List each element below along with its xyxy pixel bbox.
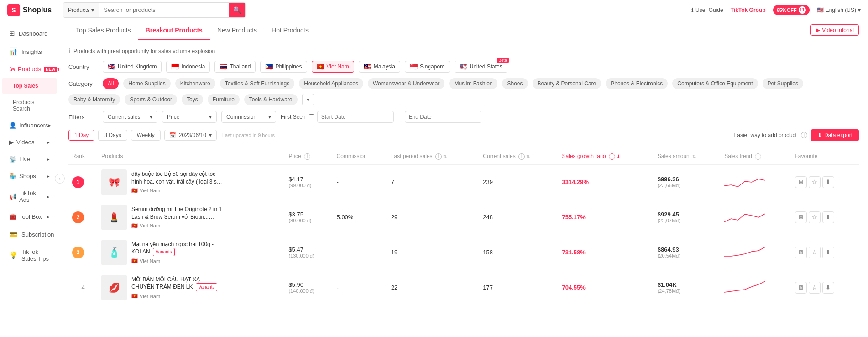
country-btn-uk[interactable]: 🇬🇧 United Kingdom [103,61,162,73]
first-seen-checkbox[interactable] [309,114,314,120]
growth-info-icon[interactable]: i [609,153,615,160]
search-input[interactable] [99,3,229,17]
last-period-info-icon[interactable]: i [435,153,442,160]
add-to-store-button[interactable]: 🖥 [795,282,807,294]
sidebar-item-tiktok-sales-tips[interactable]: 💡 TikTok Sales Tips [2,244,57,267]
variants-tag[interactable]: Variants [196,283,218,291]
add-to-store-button[interactable]: 🖥 [795,247,807,258]
time-btn-1day[interactable]: 1 Day [68,130,94,141]
col-current-sales[interactable]: Current sales i ⇅ [479,148,558,164]
current-sales-filter[interactable]: Current sales ▾ [103,111,157,123]
time-btn-weekly[interactable]: Weekly [131,130,161,141]
malaysia-flag: 🇲🇾 [364,63,371,70]
current-sales-info-icon[interactable]: i [518,153,525,160]
price-vnd: (89.000 đ) [288,218,329,223]
price-main: $5.47 [288,246,329,253]
col-last-period[interactable]: Last period sales i ⇅ [387,148,479,164]
country-btn-singapore[interactable]: 🇸🇬 Singapore [405,61,450,73]
collapse-sidebar-button[interactable]: ‹ [55,174,65,184]
search-dropdown[interactable]: Products ▾ [63,3,99,17]
sidebar-item-influencers[interactable]: 👤 Influencers ▸ [2,117,57,133]
date-range-picker[interactable]: 📅 2023/06/10 ▾ [164,130,217,141]
col-sales-amount[interactable]: Sales amount ⇅ [654,148,721,164]
cat-btn-beauty[interactable]: Beauty & Personal Care [533,78,601,89]
country-btn-indonesia[interactable]: 🇮🇩 Indonesia [166,61,210,73]
video-tutorial-button[interactable]: ▶ Video tutorial [810,24,859,36]
time-btn-3days[interactable]: 3 Days [98,130,127,141]
product-cell: 💄 Serum dưỡng mi The Originote 2 in 1 La… [98,200,285,235]
top-nav: S Shoplus Products ▾ 🔍 ℹ User Guide TikT… [0,0,868,20]
product-name: Serum dưỡng mi The Originote 2 in 1 Lash… [131,205,223,221]
download-button[interactable]: ⬇ [822,247,834,258]
favourite-button[interactable]: ☆ [809,282,821,294]
sidebar-item-dashboard[interactable]: ⊞ Dashboard [2,25,57,42]
sidebar-item-top-sales[interactable]: Top Sales [2,78,57,94]
cat-btn-sports[interactable]: Sports & Outdoor [125,94,177,105]
sidebar-item-insights[interactable]: 📊 Insights [2,43,57,60]
download-button[interactable]: ⬇ [822,176,834,188]
cat-btn-baby[interactable]: Baby & Maternity [68,94,120,105]
sidebar-item-products[interactable]: 🛍 Products NEW ▾ [2,61,57,77]
category-more-button[interactable]: ▾ [302,94,314,105]
cat-btn-computers[interactable]: Computers & Office Equipment [672,78,758,89]
language-selector[interactable]: 🇺🇸 English (US) ▾ [817,7,861,13]
tab-top-sales[interactable]: Top Sales Products [68,20,138,40]
add-to-store-button[interactable]: 🖥 [795,211,807,223]
tab-hot-products[interactable]: Hot Products [264,20,316,40]
download-button[interactable]: ⬇ [822,211,834,223]
discount-badge[interactable]: 65%OFF 11 [773,5,810,15]
search-bar: Products ▾ 🔍 [63,2,246,18]
tiktok-group-link[interactable]: TikTok Group [731,7,766,13]
country-btn-philippines[interactable]: 🇵🇭 Philippines [260,61,307,73]
sidebar-item-live[interactable]: 📡 Live ▸ [2,151,57,167]
easier-way-info-icon[interactable]: i [801,132,807,138]
search-button[interactable]: 🔍 [229,3,245,17]
cat-btn-kitchenware[interactable]: Kitchenware [175,78,215,89]
cat-btn-home-supplies[interactable]: Home Supplies [123,78,170,89]
cat-btn-tools[interactable]: Tools & Hardware [244,94,298,105]
philippines-flag: 🇵🇭 [265,63,273,70]
easier-way-section: Easier way to add product i [733,132,807,138]
trend-info-icon[interactable]: i [755,153,761,160]
favourite-button[interactable]: ☆ [809,211,821,223]
sidebar-item-products-search[interactable]: Products Search [2,95,57,116]
cat-btn-household[interactable]: Household Appliances [299,78,363,89]
favourite-button[interactable]: ☆ [809,247,821,258]
sidebar-item-videos[interactable]: ▶ Videos ▸ [2,134,57,150]
cat-btn-textiles[interactable]: Textiles & Soft Furnishings [220,78,294,89]
user-guide-link[interactable]: ℹ User Guide [691,7,723,13]
tab-new-products[interactable]: New Products [210,20,264,40]
favourite-cell: 🖥 ☆ ⬇ [791,270,859,305]
cat-btn-womenswear[interactable]: Womenswear & Underwear [368,78,445,89]
download-button[interactable]: ⬇ [822,282,834,294]
cat-btn-furniture[interactable]: Furniture [208,94,240,105]
price-filter[interactable]: Price ▾ [162,111,217,123]
favourite-button[interactable]: ☆ [809,176,821,188]
action-buttons: 🖥 ☆ ⬇ [795,211,855,223]
sidebar-item-subscription[interactable]: 💳 Subscription [2,226,57,243]
sidebar-item-tiktok-ads[interactable]: 📢 TikTok Ads ▸ [2,185,57,208]
sidebar-item-shops[interactable]: 🏪 Shops ▸ [2,168,57,184]
sidebar-item-tool-box[interactable]: 🧰 Tool Box ▸ [2,209,57,225]
cat-btn-all[interactable]: All [103,78,119,89]
country-btn-us[interactable]: 🇺🇸 United States Beta [455,61,507,73]
price-cell: $5.47 (130.000 đ) [285,235,333,270]
cat-btn-pet[interactable]: Pet Supplies [763,78,803,89]
commission-filter[interactable]: Commission ▾ [221,111,276,123]
add-to-store-button[interactable]: 🖥 [795,176,807,188]
cat-btn-muslim[interactable]: Muslim Fashion [449,78,497,89]
variants-tag[interactable]: Variants [153,248,175,256]
end-date-input[interactable] [405,111,481,123]
cat-btn-toys[interactable]: Toys [182,94,203,105]
data-export-button[interactable]: ⬇ Data export [811,129,859,141]
country-btn-thailand[interactable]: 🇹🇭 Thailand [214,61,256,73]
chevron-icon: ▸ [47,139,50,146]
country-btn-malaysia[interactable]: 🇲🇾 Malaysia [359,61,400,73]
start-date-input[interactable] [317,111,394,123]
cat-btn-shoes[interactable]: Shoes [502,78,528,89]
tab-breakout-products[interactable]: Breakout Products [138,20,210,40]
cat-btn-phones[interactable]: Phones & Electronics [606,78,668,89]
price-info-icon[interactable]: i [304,153,310,160]
country-btn-vietnam[interactable]: 🇻🇳 Viet Nam [312,61,354,73]
col-growth[interactable]: Sales growth ratio i ⬇ [559,148,654,164]
